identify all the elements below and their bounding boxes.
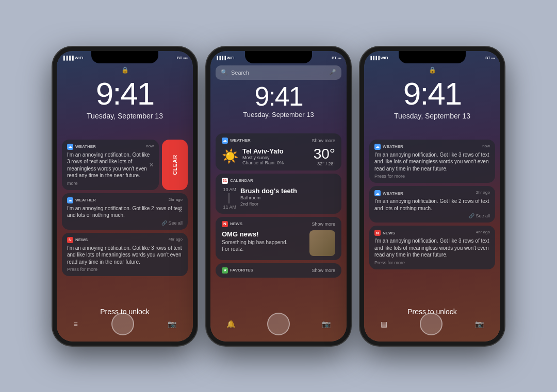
notif-card-1c[interactable]: N NEWS 4hr ago I'm an annoying notificat… (62, 233, 188, 277)
weather-left-2: ☀️ Tel Aviv-Yafo Mostly sunny Chance of … (222, 147, 284, 165)
camera-icon-1[interactable]: 📷 (168, 320, 176, 328)
news-text-2: OMG news! Something big has happend.For … (222, 230, 305, 252)
news-app-icon-2: N (222, 221, 228, 227)
date-2: Tuesday, September 13 (210, 111, 347, 118)
see-all-3[interactable]: 🔗 See all (469, 213, 490, 218)
bottom-bar-2: 🔔 📷 (210, 313, 347, 335)
clear-button-1[interactable]: CLEAR (162, 140, 188, 190)
notif-card-1b[interactable]: ☁ WEATHER 2hr ago I'm an annoying notifi… (62, 193, 188, 230)
weather-show-more-2[interactable]: Show more (312, 138, 335, 143)
time-display-2: 9:41 Tuesday, September 13 (210, 83, 347, 118)
see-all-1[interactable]: 🔗 See all (161, 220, 183, 226)
press-more-3a[interactable]: Press for more (374, 174, 490, 179)
phone-1: ▐▐▐▐ WiFi BT ▪▪▪ 🔒 9:41 Tuesday, Septemb… (53, 47, 197, 346)
notif-time-1b: 2hr ago (169, 197, 183, 203)
battery-icon-1: ▪▪▪ (183, 56, 188, 60)
event-line-2 (228, 193, 230, 203)
notif-card-1a[interactable]: ☁ WEATHER now I'm an annoying notificati… (62, 140, 159, 190)
news-body-2: Something big has happend.For realz. (222, 239, 305, 252)
status-right-1: BT ▪▪▪ (177, 56, 188, 60)
event-title-2: Brush dog's teeth (240, 187, 297, 195)
flashlight-icon-3[interactable]: ▤ (381, 320, 387, 328)
notif-app-name-1a: WEATHER (75, 144, 96, 149)
weather-app-name-2: WEATHER (230, 138, 251, 143)
weather-app-icon-3a: ☁ (374, 144, 381, 150)
notif-app-3c: N NEWS (374, 230, 395, 236)
camera-icon-2[interactable]: 📷 (322, 320, 331, 328)
favorites-show-more-2[interactable]: Show more (312, 268, 335, 273)
news-app-icon-3: N (374, 230, 381, 236)
time-1: 9:41 (57, 78, 193, 110)
notif-header-3c: N NEWS 4hr ago (374, 230, 490, 236)
notif-header-1b: ☁ WEATHER 2hr ago (67, 197, 183, 203)
weather-app-icon-1b: ☁ (67, 197, 73, 203)
calendar-widget-2: 31 CALENDAR 10 AM 11 AM Brush dog's teet… (216, 174, 341, 214)
status-left-1: ▐▐▐▐ WiFi (62, 56, 83, 60)
phone-screen-2: ▐▐▐▐ WiFi BT ▪▪▪ 🔍 Search 🎤 9:41 Tuesday… (210, 51, 347, 342)
time-display-3: 9:41 Tuesday, September 13 (364, 78, 500, 120)
phone-frame-1: ▐▐▐▐ WiFi BT ▪▪▪ 🔒 9:41 Tuesday, Septemb… (53, 47, 197, 346)
press-more-1c[interactable]: Press for more (67, 267, 183, 272)
notifications-3: ☁ WEATHER now I'm an annoying notificati… (369, 140, 495, 269)
notif-app-name-3b: WEATHER (383, 191, 403, 196)
phone-screen-3: ▐▐▐▐ WiFi BT ▪▪▪ 🔒 9:41 Tuesday, Septemb… (364, 51, 500, 342)
event-times-2: 10 AM 11 AM (222, 187, 236, 210)
notif-time-3a: now (482, 144, 490, 150)
phone-frame-3: ▐▐▐▐ WiFi BT ▪▪▪ 🔒 9:41 Tuesday, Septemb… (360, 47, 504, 346)
home-button-1[interactable] (111, 313, 134, 335)
dismiss-icon-1a[interactable]: ✕ (149, 161, 154, 168)
notif-app-name-1c: NEWS (75, 237, 88, 242)
dismiss-icon-1b[interactable]: ✕ (178, 208, 183, 214)
wifi-icon-3: WiFi (381, 56, 388, 60)
notif-card-3a[interactable]: ☁ WEATHER now I'm an annoying notificati… (369, 140, 495, 183)
event-info-2: Brush dog's teeth Bathroom2nd floor (240, 187, 297, 210)
notif-time-1c: 4hr ago (169, 237, 183, 243)
notif-card-3b[interactable]: ☁ WEATHER 2hr ago I'm an annoying notifi… (369, 186, 495, 223)
status-bar-2: ▐▐▐▐ WiFi BT ▪▪▪ (210, 53, 347, 63)
news-show-more-2[interactable]: Show more (312, 221, 335, 227)
notification-icon-2[interactable]: 🔔 (226, 320, 235, 328)
signal-icon-3: ▐▐▐▐ (369, 56, 380, 60)
notif-header-3a: ☁ WEATHER now (374, 144, 490, 150)
news-app-name-2: NEWS (230, 221, 242, 226)
search-placeholder-2: Search (231, 70, 326, 76)
notif-body-3a: I'm an annoying notification. Got like 3… (374, 151, 490, 173)
signal-icon-1: ▐▐▐▐ (62, 56, 74, 60)
status-left-2: ▐▐▐▐ WiFi (216, 56, 235, 60)
home-button-2[interactable] (267, 313, 290, 335)
camera-icon-3[interactable]: 📷 (475, 320, 484, 328)
notif-row-2: ☁ WEATHER 2hr ago I'm an annoying notifi… (62, 193, 188, 230)
phone-3: ▐▐▐▐ WiFi BT ▪▪▪ 🔒 9:41 Tuesday, Septemb… (360, 47, 504, 346)
notif-time-1a: now (146, 144, 154, 150)
flashlight-icon-1[interactable]: ≡ (73, 320, 77, 328)
weather-app-icon-1: ☁ (67, 144, 73, 150)
event-next-time-2: 11 AM (223, 204, 236, 210)
notif-app-name-3c: NEWS (383, 231, 395, 235)
notif-card-3c[interactable]: N NEWS 4hr ago I'm an annoying notificat… (369, 226, 495, 269)
weather-app-icon-2: ☁ (222, 138, 228, 144)
sun-icon-2: ☀️ (222, 148, 238, 164)
weather-app-icon-3b: ☁ (374, 190, 381, 196)
status-right-3: BT ▪▪▪ (485, 56, 495, 60)
weather-content-2: ☀️ Tel Aviv-Yafo Mostly sunny Chance of … (222, 147, 335, 166)
notif-app-1a: ☁ WEATHER (67, 144, 96, 150)
clear-label-1: CLEAR (172, 155, 178, 175)
notif-more-1a[interactable]: more (67, 181, 154, 186)
lock-icon-1: 🔒 (121, 66, 129, 74)
battery-icon-2: ▪▪▪ (338, 56, 341, 60)
status-bar-1: ▐▐▐▐ WiFi BT ▪▪▪ (57, 53, 193, 63)
notif-app-3a: ☁ WEATHER (374, 144, 403, 150)
date-3: Tuesday, September 13 (364, 112, 500, 120)
see-all-row-1: 🔗 See all (67, 220, 183, 226)
favorites-header-2: ★ FAVORITES Show more (222, 267, 335, 274)
weather-widget-2: ☁ WEATHER Show more ☀️ Tel Aviv-Yafo Mos… (216, 133, 341, 171)
weather-app-info-2: ☁ WEATHER (222, 138, 251, 144)
notif-app-1c: N NEWS (67, 237, 88, 243)
search-bar-2[interactable]: 🔍 Search 🎤 (216, 65, 341, 80)
notif-app-name-3a: WEATHER (383, 144, 403, 149)
bluetooth-icon-1: BT (177, 56, 183, 60)
notif-header-1c: N NEWS 4hr ago (67, 237, 183, 243)
press-more-3c[interactable]: Press for more (374, 260, 490, 265)
time-2: 9:41 (210, 83, 347, 110)
home-button-3[interactable] (420, 313, 443, 335)
